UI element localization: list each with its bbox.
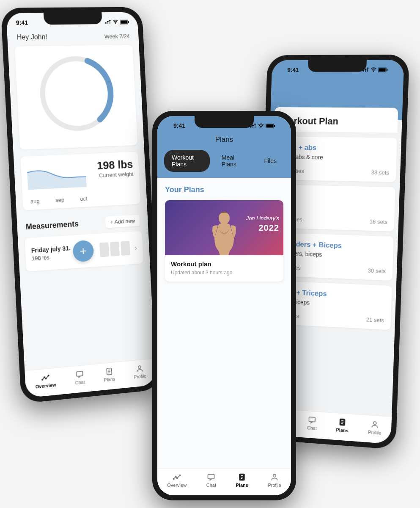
status-time: 9:41 xyxy=(287,66,299,73)
svg-point-44 xyxy=(373,422,376,425)
phone-plans: 9:41 Plans Workout Plans Meal Plans File… xyxy=(152,111,296,500)
person-figure-icon xyxy=(205,209,243,255)
bottom-nav: Overview Chat Plans Profile xyxy=(157,468,291,495)
greeting: Hey John! xyxy=(16,33,47,41)
plan-image: Jon Lindsay's 2022 xyxy=(165,200,283,255)
svg-rect-18 xyxy=(266,124,273,127)
svg-rect-33 xyxy=(379,68,386,71)
nav-label: Overview xyxy=(35,382,56,389)
status-icons xyxy=(104,19,129,24)
svg-point-23 xyxy=(177,478,178,479)
nav-label: Profile xyxy=(268,483,281,488)
svg-point-8 xyxy=(45,378,47,379)
nav-label: Profile xyxy=(368,430,382,436)
month-label: aug xyxy=(30,198,39,204)
nav-profile[interactable]: Profile xyxy=(268,473,281,488)
nav-label: Plans xyxy=(104,376,115,382)
notch xyxy=(195,116,254,128)
plan-updated: Updated about 3 hours ago xyxy=(171,270,277,276)
notch xyxy=(308,60,367,72)
plan-card[interactable]: Jon Lindsay's 2022 Workout plan Updated … xyxy=(165,200,283,282)
svg-point-9 xyxy=(48,375,49,376)
nav-label: Plans xyxy=(336,427,348,433)
nav-label: Chat xyxy=(206,483,216,488)
phone-overview: 9:41 Hey John! Week 7/24 You hav xyxy=(0,7,161,404)
tab-files[interactable]: Files xyxy=(256,153,284,168)
svg-point-7 xyxy=(44,377,45,378)
tab-workout-plans[interactable]: Workout Plans xyxy=(164,150,210,172)
current-weight-label: Current weight xyxy=(97,171,133,179)
nav-label: Plans xyxy=(236,483,248,488)
measurement-weight: 198 lbs xyxy=(31,253,71,262)
workout-sets: 16 sets xyxy=(370,218,388,225)
svg-rect-34 xyxy=(387,69,387,71)
status-time: 9:41 xyxy=(16,19,28,26)
weight-chart-card[interactable]: 198 lbs Current weight aug sep oct xyxy=(20,152,140,210)
svg-point-6 xyxy=(41,379,43,381)
nav-label: Chat xyxy=(307,425,317,431)
chevron-right-icon: › xyxy=(134,243,137,252)
page-title: Plans xyxy=(164,133,284,150)
status-icons xyxy=(250,124,275,128)
svg-point-30 xyxy=(273,474,276,477)
workout-name: Back + abs xyxy=(280,143,390,153)
progress-card: You have lost 4.41 lbs xyxy=(15,45,138,150)
notch xyxy=(44,12,102,25)
status-icons xyxy=(362,67,388,72)
add-fab-button[interactable]: + xyxy=(72,240,94,262)
svg-rect-39 xyxy=(309,417,316,422)
measurement-date: Friday july 31. xyxy=(31,245,70,254)
month-label: sep xyxy=(55,196,64,203)
status-time: 9:41 xyxy=(173,122,185,129)
banner-year: 2022 xyxy=(246,222,279,233)
banner-text: Jon Lindsay's 2022 xyxy=(246,215,279,233)
workout-sets: 33 sets xyxy=(371,169,390,176)
current-weight: 198 lbs xyxy=(97,158,133,172)
week-badge: Week 7/24 xyxy=(104,33,130,40)
nav-label: Overview xyxy=(167,483,187,488)
measurements-title: Measurements xyxy=(25,220,79,232)
svg-rect-10 xyxy=(77,371,83,376)
nav-label: Profile xyxy=(134,373,146,380)
your-plans-heading: Your Plans xyxy=(165,185,283,194)
nav-plans[interactable]: Plans xyxy=(336,417,349,433)
nav-chat[interactable]: Chat xyxy=(307,415,317,431)
nav-chat[interactable]: Chat xyxy=(74,370,85,385)
month-label: oct xyxy=(80,195,88,202)
svg-point-24 xyxy=(179,475,181,476)
nav-profile[interactable]: Profile xyxy=(133,364,146,379)
svg-point-15 xyxy=(138,366,141,369)
nav-profile[interactable]: Profile xyxy=(368,420,382,436)
tabs: Workout Plans Meal Plans Files xyxy=(164,150,284,172)
svg-rect-19 xyxy=(274,125,275,127)
bottom-nav: Overview Chat Plans Profile xyxy=(25,358,156,398)
weight-graph xyxy=(27,159,98,191)
nav-overview[interactable]: Overview xyxy=(167,473,187,488)
nav-overview[interactable]: Overview xyxy=(35,373,56,389)
tab-meal-plans[interactable]: Meal Plans xyxy=(214,150,253,172)
svg-rect-3 xyxy=(128,21,129,23)
svg-point-16 xyxy=(261,127,261,128)
svg-point-21 xyxy=(173,478,174,480)
measurement-card[interactable]: Friday july 31. 198 lbs + › xyxy=(25,231,143,271)
svg-point-31 xyxy=(373,71,374,72)
nav-chat[interactable]: Chat xyxy=(206,473,216,488)
nav-plans[interactable]: Plans xyxy=(103,367,115,382)
page-title: Workout Plan xyxy=(280,116,392,127)
banner-name: Jon Lindsay's xyxy=(246,215,279,222)
workout-sets: 21 sets xyxy=(366,316,384,323)
workout-sets: 30 sets xyxy=(368,267,386,274)
svg-point-0 xyxy=(115,23,116,24)
nav-plans[interactable]: Plans xyxy=(236,473,248,488)
svg-rect-2 xyxy=(121,20,127,24)
nav-label: Chat xyxy=(75,379,85,385)
add-new-button[interactable]: + Add new xyxy=(105,215,140,228)
plan-name: Workout plan xyxy=(171,260,277,268)
svg-point-22 xyxy=(175,476,176,478)
svg-rect-25 xyxy=(208,474,214,479)
progress-ring: You have lost 4.41 lbs xyxy=(35,52,118,135)
measurement-thumbs xyxy=(99,241,130,257)
